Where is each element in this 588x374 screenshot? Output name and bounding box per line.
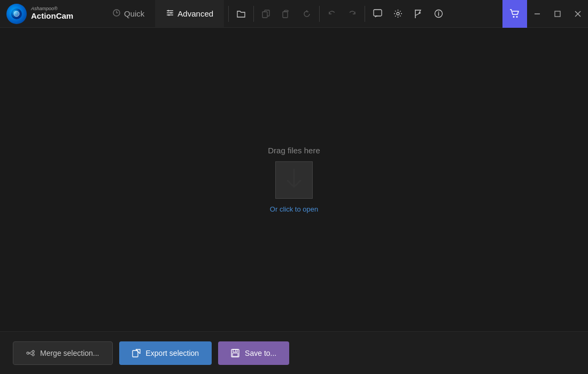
svg-line-31 (29, 353, 32, 355)
drop-zone[interactable]: Drag files here Or click to open (268, 146, 320, 213)
svg-point-27 (27, 352, 29, 354)
minimize-button[interactable] (527, 0, 547, 28)
svg-point-29 (32, 354, 34, 356)
merge-selection-button[interactable]: Merge selection... (13, 341, 113, 365)
svg-point-7 (171, 12, 172, 14)
svg-line-30 (29, 352, 32, 353)
merge-label: Merge selection... (40, 349, 99, 357)
open-folder-button[interactable] (231, 4, 251, 24)
save-label: Save to... (245, 349, 276, 357)
svg-rect-22 (555, 11, 560, 17)
undo-button[interactable] (322, 4, 342, 24)
flag-button[interactable] (408, 4, 428, 24)
cart-button[interactable] (502, 0, 527, 28)
nav-tabs: Quick Advanced (102, 0, 224, 27)
bottom-bar: Merge selection... Export selection Save… (0, 331, 588, 374)
svg-rect-36 (233, 353, 238, 356)
logo-area: Ashampoo® ActionCam (0, 4, 102, 24)
svg-rect-12 (285, 10, 288, 11)
tab-advanced-label: Advanced (177, 9, 213, 18)
copy-button[interactable] (256, 4, 276, 24)
svg-rect-35 (233, 349, 237, 352)
svg-point-20 (516, 16, 518, 18)
svg-point-18 (438, 12, 439, 13)
click-to-open-link[interactable]: Or click to open (270, 205, 318, 213)
advanced-tab-icon (166, 9, 174, 19)
export-icon (132, 349, 141, 357)
svg-rect-13 (374, 10, 382, 16)
svg-point-19 (513, 16, 515, 18)
info-button[interactable] (428, 4, 448, 24)
svg-point-1 (14, 11, 19, 17)
quick-tab-icon (112, 9, 121, 19)
main-content: Drag files here Or click to open (0, 28, 588, 331)
app-title: Ashampoo® ActionCam (31, 6, 73, 20)
save-to-button[interactable]: Save to... (218, 341, 289, 365)
export-label: Export selection (146, 349, 199, 357)
toolbar-group-file (224, 4, 451, 24)
reset-button[interactable] (297, 4, 317, 24)
separator-3 (319, 6, 320, 22)
tab-quick[interactable]: Quick (102, 0, 155, 27)
app-logo-icon (6, 4, 27, 24)
svg-point-28 (32, 350, 34, 353)
svg-rect-11 (283, 12, 288, 18)
tab-quick-label: Quick (124, 9, 144, 18)
settings-button[interactable] (388, 4, 408, 24)
tab-advanced[interactable]: Advanced (155, 0, 224, 27)
svg-rect-32 (133, 350, 138, 357)
separator-4 (365, 6, 365, 22)
svg-rect-10 (262, 12, 267, 18)
svg-point-14 (397, 12, 399, 15)
separator-1 (228, 6, 229, 22)
close-button[interactable] (568, 0, 588, 28)
drag-files-text: Drag files here (268, 146, 320, 155)
title-bar: Ashampoo® ActionCam Quick (0, 0, 588, 28)
maximize-button[interactable] (547, 0, 568, 28)
svg-point-8 (168, 14, 170, 16)
drop-box[interactable] (275, 161, 313, 199)
svg-point-6 (168, 10, 169, 12)
merge-icon (26, 349, 35, 357)
save-icon (231, 349, 239, 357)
chat-button[interactable] (367, 4, 388, 24)
paste-button[interactable] (276, 4, 297, 24)
separator-2 (253, 6, 254, 22)
export-selection-button[interactable]: Export selection (119, 341, 212, 365)
window-controls (502, 0, 588, 28)
app-name: ActionCam (31, 12, 73, 21)
redo-button[interactable] (342, 4, 362, 24)
